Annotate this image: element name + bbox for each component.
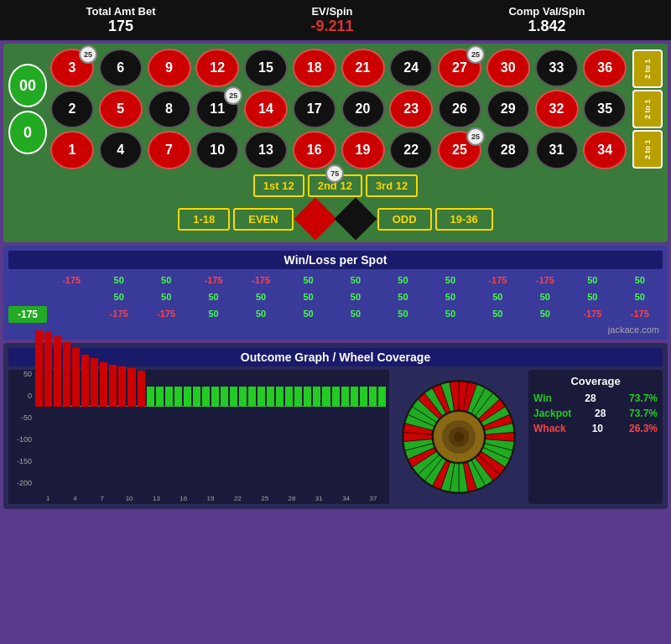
bar-col-9 (118, 387, 126, 487)
black-diamond[interactable] (334, 198, 377, 241)
zeros-column: 00 0 (8, 49, 47, 169)
number-21[interactable]: 21 (341, 49, 385, 87)
wl-cell-1-8: 50 (428, 289, 473, 304)
number-33[interactable]: 33 (535, 49, 579, 87)
two-to-one-top[interactable]: 2 to 1 (632, 49, 663, 88)
bar-col-5 (81, 387, 89, 487)
number-5[interactable]: 5 (99, 90, 143, 128)
wl-cell-0-0: -175 (49, 273, 94, 288)
wl-cell-2-3: 50 (190, 306, 236, 323)
number-10[interactable]: 10 (195, 131, 239, 169)
number-4[interactable]: 4 (99, 131, 143, 169)
number-17[interactable]: 17 (293, 90, 336, 128)
bar-col-6 (91, 387, 98, 487)
wl-cell-0-10: -175 (523, 273, 568, 288)
coverage-jackpot-count: 28 (595, 408, 606, 419)
number-27[interactable]: 2725 (438, 49, 481, 87)
two-to-one-bot[interactable]: 2 to 1 (632, 130, 663, 169)
number-2[interactable]: 2 (50, 90, 94, 128)
number-11[interactable]: 1125 (195, 90, 239, 128)
number-36[interactable]: 36 (583, 49, 627, 87)
black-diamond-wrap (337, 200, 374, 237)
number-20[interactable]: 20 (341, 90, 385, 128)
number-31[interactable]: 31 (535, 131, 579, 169)
winloss-section: Win/Loss per Spot -1755050-175-175505050… (3, 246, 668, 340)
number-25[interactable]: 2525 (438, 131, 481, 169)
double-zero[interactable]: 00 (8, 64, 47, 107)
one-eighteen-bet[interactable]: 1-18 (178, 208, 230, 231)
x-label-7: 7 (90, 495, 115, 502)
y-label--200: -200 (8, 479, 32, 487)
x-label-34: 34 (333, 495, 358, 502)
comp-val-block: Comp Val/Spin 1.842 (508, 5, 585, 35)
number-26[interactable]: 26 (438, 90, 481, 128)
coverage-whack-label: Whack (533, 423, 566, 434)
roulette-table: 00 0 32569121518212427253033362581125141… (3, 44, 668, 242)
number-34[interactable]: 34 (583, 131, 627, 169)
ev-spin-block: EV/Spin -9.211 (310, 5, 353, 35)
coverage-win-pct: 73.7% (629, 392, 658, 404)
number-32[interactable]: 32 (535, 90, 579, 128)
outcome-inner: 500-50-100-150-200 147101316192225283134… (8, 370, 663, 504)
number-6[interactable]: 6 (99, 49, 143, 87)
first-twelve-bet[interactable]: 1st 12 (253, 174, 304, 197)
third-twelve-bet[interactable]: 3rd 12 (366, 174, 418, 197)
number-12[interactable]: 12 (195, 49, 239, 87)
wl-cell-0-7: 50 (380, 273, 425, 288)
number-3[interactable]: 325 (50, 49, 94, 87)
red-diamond[interactable] (294, 198, 336, 241)
bar-col-27 (285, 387, 293, 487)
number-24[interactable]: 24 (389, 49, 433, 87)
chip-on-27: 25 (466, 45, 485, 64)
number-1[interactable]: 1 (50, 131, 94, 169)
outcome-section: Outcome Graph / Wheel Coverage 500-50-10… (3, 343, 668, 509)
x-label-13: 13 (143, 495, 169, 502)
bar-col-26 (276, 387, 283, 487)
nineteen-thirtysix-bet[interactable]: 19-36 (435, 208, 493, 231)
x-label-10: 10 (117, 495, 142, 502)
number-13[interactable]: 13 (244, 131, 288, 169)
x-label-28: 28 (279, 495, 304, 502)
wl-cell-0-6: 50 (333, 273, 378, 288)
two-to-one-mid[interactable]: 2 to 1 (632, 90, 663, 128)
number-35[interactable]: 35 (583, 90, 627, 128)
number-16[interactable]: 16 (293, 131, 336, 169)
number-30[interactable]: 30 (486, 49, 530, 87)
jackace-label: jackace.com (8, 325, 663, 335)
wl-cell-2-11: -175 (570, 306, 615, 323)
number-8[interactable]: 8 (148, 90, 191, 128)
number-18[interactable]: 18 (293, 49, 336, 87)
bar-col-33 (341, 387, 349, 487)
wheel-area (396, 370, 522, 504)
bar-col-32 (332, 387, 340, 487)
number-7[interactable]: 7 (148, 131, 191, 169)
wl-cell-2-9: 50 (475, 306, 520, 323)
number-9[interactable]: 9 (148, 49, 191, 87)
even-bet[interactable]: EVEN (233, 208, 293, 231)
bar-col-21 (230, 387, 237, 487)
single-zero[interactable]: 0 (8, 111, 47, 154)
comp-val-label: Comp Val/Spin (508, 5, 585, 18)
number-28[interactable]: 28 (486, 131, 530, 169)
wl-cell-2-6: 50 (333, 306, 378, 323)
number-19[interactable]: 19 (341, 131, 385, 169)
coverage-win-label: Win (533, 392, 552, 404)
wl-cell-0-3: -175 (190, 273, 236, 288)
wheel-svg (400, 378, 518, 496)
number-14[interactable]: 14 (244, 90, 288, 128)
bar-col-1 (44, 387, 52, 487)
coverage-whack-pct: 26.3% (629, 423, 658, 434)
wl-cell-1-1: 50 (96, 289, 141, 304)
bar-col-13 (156, 387, 164, 487)
ev-spin-value: -9.211 (310, 18, 353, 35)
wl-cell-2-4: 50 (238, 306, 283, 323)
number-15[interactable]: 15 (244, 49, 288, 87)
second-twelve-chip: 75 (325, 164, 344, 183)
number-23[interactable]: 23 (389, 90, 433, 128)
coverage-title: Coverage (533, 375, 658, 387)
bar-col-18 (202, 387, 210, 487)
odd-bet[interactable]: ODD (377, 208, 432, 231)
number-22[interactable]: 22 (389, 131, 433, 169)
number-29[interactable]: 29 (486, 90, 530, 128)
wl-cell-2-5: 50 (285, 306, 330, 323)
